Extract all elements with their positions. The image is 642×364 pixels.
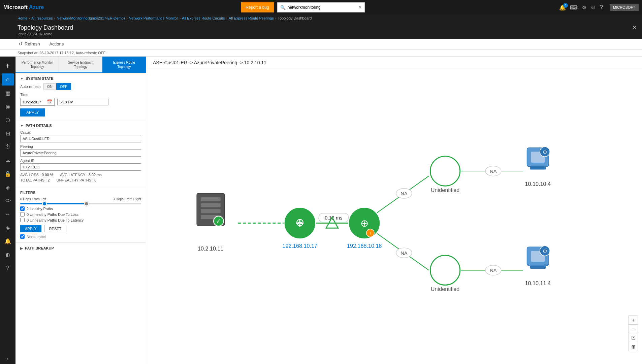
toggle-off-button[interactable]: OFF bbox=[56, 83, 71, 90]
zoom-in-button[interactable]: + bbox=[629, 316, 638, 325]
panel-tabs: Performance Monitor Topology Service End… bbox=[15, 57, 146, 73]
breadcrumb-network-monitoring[interactable]: NetworkMonitoring(Ignite2017-ER-Demo) bbox=[57, 16, 125, 20]
nav-dashboard-icon[interactable]: ▦ bbox=[2, 87, 14, 99]
breadcrumb-all-resources[interactable]: All resources bbox=[31, 16, 53, 20]
nav-arrows-icon[interactable]: ↔ bbox=[2, 208, 14, 220]
avg-loss-label: AVG LOSS : bbox=[20, 173, 41, 177]
nav-home-icon[interactable]: ⌂ bbox=[2, 73, 14, 86]
tab-express-route[interactable]: Express Route Topology bbox=[102, 57, 146, 72]
toggle-on-button[interactable]: ON bbox=[43, 83, 57, 90]
circuit-input[interactable] bbox=[20, 135, 141, 142]
nav-code-icon[interactable]: <> bbox=[2, 195, 14, 207]
nav-resources-icon[interactable]: ◉ bbox=[2, 100, 14, 112]
nav-alert-icon[interactable]: 🔔 bbox=[2, 235, 14, 247]
peering-row: Peering bbox=[20, 144, 141, 157]
latency-paths-checkbox[interactable] bbox=[20, 218, 25, 222]
main-layout: + ⌂ ▦ ◉ ⬡ ⊞ ⏱ ☁ 🔒 ◈ <> ↔ ◈ 🔔 ◐ ? › Perfo… bbox=[0, 57, 642, 364]
nav-add-icon[interactable]: + bbox=[2, 60, 14, 72]
filter-reset-button[interactable]: RESET bbox=[44, 225, 67, 232]
search-input[interactable] bbox=[288, 5, 358, 10]
toolbar: ↺ Refresh Actions bbox=[0, 39, 642, 49]
path-breakup-section[interactable]: ▶ PATH BREAKUP bbox=[15, 242, 146, 254]
peering-input[interactable] bbox=[20, 149, 141, 157]
svg-rect-3 bbox=[201, 209, 221, 213]
unid-bot-node[interactable] bbox=[430, 255, 460, 285]
time-input[interactable] bbox=[57, 99, 108, 105]
circuit-row: Circuit bbox=[20, 130, 141, 142]
calendar-icon[interactable]: 📅 bbox=[47, 99, 52, 104]
breadcrumb-express-route[interactable]: All Express Route Circuits bbox=[182, 16, 225, 20]
agent-ip-label: Agent IP bbox=[20, 159, 141, 163]
filter-apply-button[interactable]: APPLY bbox=[20, 225, 41, 232]
slider-labels: 0 Hops From Left 3 Hops From Right bbox=[20, 197, 141, 201]
avg-loss-value: 0.00 % bbox=[42, 173, 53, 177]
svg-point-16 bbox=[430, 255, 460, 285]
smiley-icon[interactable]: ☺ bbox=[590, 4, 596, 10]
agent-node[interactable]: ✓ bbox=[197, 193, 224, 226]
report-bug-button[interactable]: Report a bug bbox=[241, 2, 274, 12]
zoom-out-button[interactable]: − bbox=[629, 325, 638, 333]
stats-row-2: TOTAL PATHS : 2 UNHEALTHY PATHS : 0 bbox=[20, 178, 141, 182]
datetime-row: 📅 bbox=[20, 98, 141, 106]
filter-actions: APPLY RESET bbox=[20, 225, 141, 232]
slider-track[interactable] bbox=[20, 203, 141, 204]
nav-network-icon[interactable]: ◈ bbox=[2, 222, 14, 234]
tab-performance-monitor[interactable]: Performance Monitor Topology bbox=[15, 57, 59, 72]
zoom-center-button[interactable]: ⊕ bbox=[629, 342, 638, 351]
unid-top-label: Unidentified bbox=[431, 187, 460, 193]
notification-icon[interactable]: 🔔 5 bbox=[559, 4, 566, 11]
router1-node[interactable]: ⊕ ✛ bbox=[284, 207, 316, 239]
breadcrumb-npm[interactable]: Network Performance Monitor bbox=[129, 16, 178, 20]
settings-icon[interactable]: ⚙ bbox=[582, 4, 586, 11]
unid-top-node[interactable] bbox=[430, 156, 460, 186]
zoom-fit-button[interactable]: ⊡ bbox=[629, 333, 638, 342]
refresh-button[interactable]: ↺ Refresh bbox=[18, 41, 41, 47]
terminal-icon[interactable]: ⌨ bbox=[570, 4, 578, 11]
unid-bot-label: Unidentified bbox=[431, 286, 460, 292]
slider-fill bbox=[20, 203, 87, 204]
nav-person-icon[interactable]: ◐ bbox=[2, 249, 14, 261]
nav-hex-icon[interactable]: ⬡ bbox=[2, 114, 14, 126]
nav-cloud-icon[interactable]: ☁ bbox=[2, 154, 14, 166]
unhealthy-paths-label: UNHEALTHY PATHS : bbox=[56, 178, 93, 182]
node-label-checkbox[interactable] bbox=[20, 234, 25, 239]
nav-apps-icon[interactable]: ⊞ bbox=[2, 127, 14, 139]
loss-paths-checkbox[interactable] bbox=[20, 212, 25, 217]
page-subtitle: Ignite2017-ER-Demo bbox=[18, 32, 73, 36]
path-details-header[interactable]: ▼ PATH DETAILS bbox=[20, 124, 141, 128]
dest-bot-node[interactable]: ⚙ bbox=[527, 246, 550, 269]
svg-rect-2 bbox=[201, 203, 221, 207]
healthy-paths-checkbox[interactable] bbox=[20, 206, 25, 211]
breadcrumb-peerings[interactable]: All Express Route Peerings bbox=[229, 16, 274, 20]
router1-label: 192.168.10.17 bbox=[283, 243, 318, 249]
actions-button[interactable]: Actions bbox=[48, 41, 65, 47]
router2-node[interactable]: ⊕ ! bbox=[349, 207, 380, 239]
date-input[interactable] bbox=[23, 100, 47, 104]
total-paths-value: 2 bbox=[47, 178, 50, 182]
breadcrumb-home[interactable]: Home bbox=[18, 16, 27, 20]
dest-top-node[interactable]: ⚙ bbox=[527, 147, 550, 170]
nav-timer-icon[interactable]: ⏱ bbox=[2, 141, 14, 153]
left-panel: Performance Monitor Topology Service End… bbox=[15, 57, 146, 364]
slider-thumb-left[interactable] bbox=[42, 201, 47, 206]
nav-help-icon[interactable]: ? bbox=[2, 262, 14, 274]
agent-ip-input[interactable] bbox=[20, 163, 141, 171]
healthy-paths-row: 2 Healthy Paths bbox=[20, 206, 141, 211]
system-state-header[interactable]: ▼ SYSTEM STATE bbox=[20, 76, 141, 80]
peering-label: Peering bbox=[20, 144, 141, 148]
nav-monitor-icon[interactable]: ◈ bbox=[2, 181, 14, 193]
nav-expand-icon[interactable]: › bbox=[7, 357, 8, 361]
user-avatar[interactable]: MICROSOFT bbox=[610, 4, 639, 11]
close-button[interactable]: ✕ bbox=[632, 24, 637, 31]
nav-lock-icon[interactable]: 🔒 bbox=[2, 168, 14, 180]
help-icon[interactable]: ? bbox=[600, 4, 603, 10]
apply-time-button[interactable]: APPLY bbox=[20, 108, 45, 117]
tab-service-endpoint[interactable]: Service Endpoint Topology bbox=[59, 57, 102, 72]
latency-paths-label: 0 Unhealthy Paths Due To Latency bbox=[27, 218, 84, 222]
slider-thumb-right[interactable] bbox=[84, 201, 89, 206]
node-label-text: Node Label bbox=[27, 235, 45, 239]
search-clear-icon[interactable]: ✕ bbox=[358, 5, 362, 10]
agent-ip-row: Agent IP bbox=[20, 159, 141, 171]
time-label: Time bbox=[20, 93, 141, 97]
path-breakup-triangle: ▶ bbox=[20, 246, 23, 250]
